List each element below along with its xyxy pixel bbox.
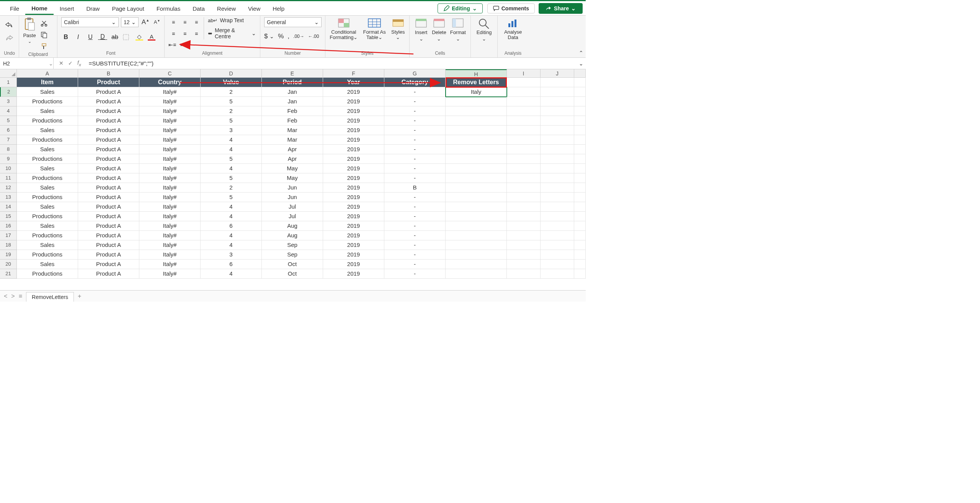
analyse-data-button[interactable]: AnalyseData	[504, 17, 522, 40]
copy-button[interactable]	[39, 30, 50, 39]
cell[interactable]	[507, 221, 541, 231]
cell[interactable]: -	[384, 231, 446, 240]
cell[interactable]: Feb	[262, 106, 323, 116]
formula-bar[interactable]: =SUBSTITUTE(C2;"#";"")	[87, 60, 577, 67]
cell[interactable]	[574, 173, 586, 183]
bold-button[interactable]: B	[61, 34, 70, 41]
cell[interactable]	[541, 145, 574, 154]
cell[interactable]: 2019	[323, 116, 384, 126]
cell[interactable]: -	[384, 193, 446, 202]
tab-insert[interactable]: Insert	[54, 2, 80, 14]
cell[interactable]: Sep	[262, 250, 323, 260]
cell[interactable]	[446, 154, 507, 164]
cell[interactable]: 3	[201, 126, 262, 135]
name-box[interactable]: H2⌄	[0, 58, 54, 69]
cell[interactable]	[446, 260, 507, 269]
cell[interactable]	[574, 260, 586, 269]
col-header-J[interactable]: J	[541, 69, 574, 77]
cell[interactable]: -	[384, 145, 446, 154]
cell[interactable]: 2019	[323, 97, 384, 106]
cell[interactable]	[446, 106, 507, 116]
tab-file[interactable]: File	[4, 2, 25, 14]
cell[interactable]: -	[384, 135, 446, 145]
merge-centre-button[interactable]: ⬌Merge & Centre ⌄	[208, 27, 256, 39]
cell[interactable]	[507, 212, 541, 221]
cell[interactable]	[574, 135, 586, 145]
align-right-button[interactable]: ≡	[191, 29, 201, 39]
cell[interactable]: Feb	[262, 116, 323, 126]
cell[interactable]	[541, 164, 574, 173]
cell[interactable]: Mar	[262, 135, 323, 145]
cell[interactable]: 2019	[323, 260, 384, 269]
cell-styles-button[interactable]: Styles⌄	[391, 17, 405, 40]
cell[interactable]: Italy#	[139, 212, 201, 221]
cell[interactable]: May	[262, 164, 323, 173]
cell[interactable]	[507, 260, 541, 269]
cell[interactable]: Productions	[17, 269, 78, 279]
row-header[interactable]: 10	[0, 164, 17, 173]
cell[interactable]	[541, 221, 574, 231]
new-sheet-button[interactable]: +	[78, 293, 81, 300]
cell[interactable]: Product A	[78, 116, 139, 126]
tab-data[interactable]: Data	[186, 2, 211, 14]
cell[interactable]: 2019	[323, 221, 384, 231]
cell[interactable]: -	[384, 260, 446, 269]
cell[interactable]: Italy#	[139, 87, 201, 97]
cell[interactable]: 2019	[323, 87, 384, 97]
cell[interactable]: Sales	[17, 240, 78, 250]
cell[interactable]: 2019	[323, 173, 384, 183]
cell[interactable]: 5	[201, 193, 262, 202]
cell[interactable]	[541, 97, 574, 106]
font-color-button[interactable]: A	[147, 33, 156, 41]
col-header-C[interactable]: C	[139, 69, 201, 77]
wrap-text-button[interactable]: ab↵Wrap Text	[208, 17, 256, 23]
cell[interactable]: Productions	[17, 135, 78, 145]
cell[interactable]: Product A	[78, 135, 139, 145]
cell[interactable]	[541, 106, 574, 116]
cell[interactable]	[446, 269, 507, 279]
cell[interactable]	[574, 269, 586, 279]
cell[interactable]: 6	[201, 260, 262, 269]
tab-home[interactable]: Home	[25, 2, 54, 15]
cell[interactable]: Italy#	[139, 250, 201, 260]
cell[interactable]: Italy#	[139, 193, 201, 202]
cell[interactable]: Sales	[17, 106, 78, 116]
cell[interactable]	[574, 126, 586, 135]
cell[interactable]: Product A	[78, 221, 139, 231]
cell[interactable]	[507, 183, 541, 193]
cell[interactable]	[446, 97, 507, 106]
cell[interactable]: Productions	[17, 97, 78, 106]
decrease-indent-button[interactable]: ⇤≡	[168, 42, 176, 48]
cell[interactable]: Sales	[17, 202, 78, 212]
cell[interactable]	[507, 126, 541, 135]
cell[interactable]	[574, 240, 586, 250]
cell[interactable]: Product A	[78, 212, 139, 221]
cell[interactable]	[541, 231, 574, 240]
editing-mode-button[interactable]: Editing ⌄	[438, 3, 482, 13]
cell[interactable]	[507, 116, 541, 126]
cell[interactable]	[541, 202, 574, 212]
paste-button[interactable]: Paste ⌄	[23, 17, 36, 44]
cell[interactable]: Sales	[17, 183, 78, 193]
row-header[interactable]: 19	[0, 250, 17, 260]
cell[interactable]: Jan	[262, 87, 323, 97]
row-header[interactable]: 21	[0, 269, 17, 279]
row-header[interactable]: 11	[0, 173, 17, 183]
cell[interactable]: Italy#	[139, 97, 201, 106]
cell[interactable]: Aug	[262, 221, 323, 231]
cell[interactable]: Jan	[262, 97, 323, 106]
cell[interactable]: B	[384, 183, 446, 193]
cell[interactable]	[507, 87, 541, 97]
cell[interactable]: 2019	[323, 202, 384, 212]
row-header[interactable]: 4	[0, 106, 17, 116]
cell[interactable]	[574, 231, 586, 240]
cell[interactable]: Productions	[17, 212, 78, 221]
col-header-I[interactable]: I	[507, 69, 541, 77]
format-cells-button[interactable]: Format⌄	[450, 17, 466, 42]
underline-button[interactable]: U	[86, 34, 95, 41]
cut-button[interactable]	[39, 19, 50, 28]
accounting-format-button[interactable]: $ ⌄	[264, 33, 274, 40]
cell[interactable]: 2019	[323, 135, 384, 145]
tab-draw[interactable]: Draw	[80, 2, 106, 14]
cell[interactable]: Mar	[262, 126, 323, 135]
